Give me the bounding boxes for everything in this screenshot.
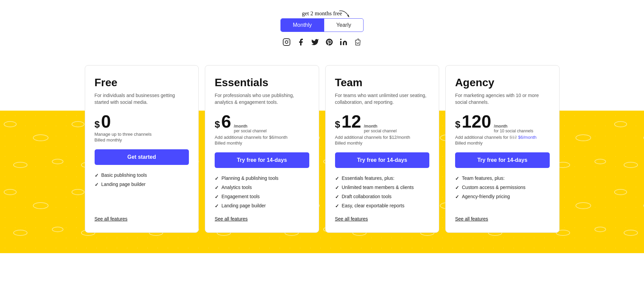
team-additional-channels: Add additional channels for $12/month	[335, 135, 430, 140]
essentials-feature-2-text: Analytics tools	[221, 185, 252, 190]
team-feature-4-text: Easy, clear exportable reports	[342, 203, 405, 208]
agency-price-row: $ 120 /month for 10 social channels	[455, 113, 550, 133]
agency-feature-2-text: Custom access & permissions	[462, 185, 526, 190]
team-feature-4: ✓ Easy, clear exportable reports	[335, 203, 430, 209]
essentials-feature-1-text: Planning & publishing tools	[221, 175, 278, 181]
agency-additional-prefix: Add additional channels for	[455, 135, 509, 140]
essentials-plan-desc: For professionals who use publishing, an…	[215, 92, 309, 107]
agency-price-dollar: $	[455, 119, 461, 130]
free-plan-desc: For individuals and businesses getting s…	[95, 92, 189, 107]
check-icon: ✓	[95, 182, 99, 187]
essentials-additional-channels: Add additional channels for $6/month	[215, 135, 309, 140]
free-plan-card: Free For individuals and businesses gett…	[85, 65, 199, 233]
agency-plan-name: Agency	[455, 76, 550, 89]
agency-plan-card: Agency For marketing agencies with 10 or…	[445, 65, 560, 233]
agency-price-per: /month	[494, 124, 533, 129]
essentials-feature-1: ✓ Planning & publishing tools	[215, 175, 309, 181]
agency-billed: Billed monthly	[455, 140, 550, 146]
team-billed: Billed monthly	[335, 140, 430, 146]
pricing-section: Free For individuals and businesses gett…	[0, 58, 644, 253]
team-feature-3: ✓ Draft collaboration tools	[335, 194, 430, 200]
essentials-price-amount: 6	[221, 113, 231, 130]
team-price-per: /month	[364, 124, 397, 129]
essentials-feature-3: ✓ Engagement tools	[215, 194, 309, 200]
check-icon: ✓	[95, 173, 99, 178]
team-feature-1-text: Essentials features, plus:	[342, 175, 395, 181]
pinterest-icon[interactable]	[325, 38, 333, 48]
agency-additional-channels: Add additional channels for $12 $6/month	[455, 135, 550, 140]
agency-feature-2: ✓ Custom access & permissions	[455, 185, 550, 190]
free-feature-2-text: Landing page builder	[101, 182, 146, 187]
essentials-see-all[interactable]: See all features	[215, 216, 309, 222]
team-price-row: $ 12 /month per social channel	[335, 113, 430, 133]
free-plan-name: Free	[95, 76, 189, 89]
team-price-amount: 12	[341, 113, 361, 130]
free-see-all[interactable]: See all features	[95, 216, 189, 222]
get2months-wrapper: get 2 months free	[302, 10, 342, 18]
free-feature-1-text: Basic publishing tools	[101, 172, 147, 178]
free-feature-2: ✓ Landing page builder	[95, 182, 189, 187]
yearly-tab[interactable]: Yearly	[324, 19, 364, 32]
check-icon: ✓	[215, 185, 219, 190]
agency-price-details: /month for 10 social channels	[494, 124, 533, 133]
agency-feature-1-text: Team features, plus:	[462, 175, 505, 181]
agency-price-channel: for 10 social channels	[494, 129, 533, 133]
social-icons-row	[282, 38, 362, 48]
team-feature-2-text: Unlimited team members & clients	[342, 185, 414, 190]
essentials-feature-3-text: Engagement tools	[221, 194, 260, 199]
agency-feature-1: ✓ Team features, plus:	[455, 175, 550, 181]
team-plan-desc: For teams who want unlimited user seatin…	[335, 92, 430, 107]
agency-additional-link[interactable]: $6/month	[518, 135, 536, 140]
essentials-cta-button[interactable]: Try free for 14-days	[215, 152, 309, 168]
agency-feature-3: ✓ Agency-friendly pricing	[455, 194, 550, 200]
shopify-icon[interactable]	[354, 38, 362, 48]
check-icon: ✓	[335, 176, 339, 181]
monthly-tab[interactable]: Monthly	[281, 19, 324, 32]
team-price-dollar: $	[335, 119, 340, 130]
agency-price-amount: 120	[462, 113, 491, 130]
team-feature-3-text: Draft collaboration tools	[342, 194, 392, 199]
agency-see-all[interactable]: See all features	[455, 216, 550, 222]
agency-features-list: ✓ Team features, plus: ✓ Custom access &…	[455, 175, 550, 209]
free-price-row: $ 0	[95, 113, 189, 130]
team-cta-button[interactable]: Try free for 14-days	[335, 152, 430, 168]
check-icon: ✓	[215, 194, 219, 200]
cards-container: Free For individuals and businesses gett…	[85, 65, 560, 233]
agency-feature-3-text: Agency-friendly pricing	[462, 194, 510, 199]
team-feature-1: ✓ Essentials features, plus:	[335, 175, 430, 181]
check-icon: ✓	[335, 203, 339, 209]
essentials-billed: Billed monthly	[215, 140, 309, 146]
linkedin-icon[interactable]	[339, 38, 348, 48]
check-icon: ✓	[335, 194, 339, 200]
check-icon: ✓	[215, 203, 219, 209]
top-section: get 2 months free Monthly Yearly	[0, 0, 644, 58]
svg-rect-0	[283, 39, 290, 45]
essentials-plan-card: Essentials For professionals who use pub…	[205, 65, 319, 233]
free-price-amount: 0	[101, 113, 111, 130]
instagram-icon[interactable]	[282, 38, 291, 48]
team-features-list: ✓ Essentials features, plus: ✓ Unlimited…	[335, 175, 430, 209]
team-plan-name: Team	[335, 76, 430, 89]
agency-additional-strike: $12	[509, 135, 517, 140]
svg-point-2	[288, 40, 289, 41]
team-price-channel: per social channel	[364, 129, 397, 133]
free-cta-button[interactable]: Get started	[95, 149, 189, 165]
essentials-price-details: /month per social channel	[234, 124, 267, 133]
agency-cta-button[interactable]: Try free for 14-days	[455, 152, 550, 168]
facebook-icon[interactable]	[297, 38, 305, 48]
check-icon: ✓	[455, 194, 459, 200]
free-price-dollar: $	[95, 119, 100, 130]
check-icon: ✓	[455, 185, 459, 190]
essentials-plan-name: Essentials	[215, 76, 309, 89]
team-see-all[interactable]: See all features	[335, 216, 430, 222]
svg-point-3	[340, 39, 341, 40]
essentials-price-channel: per social channel	[234, 129, 267, 133]
essentials-features-list: ✓ Planning & publishing tools ✓ Analytic…	[215, 175, 309, 209]
essentials-price-per: /month	[234, 124, 267, 129]
free-additional-channels: Manage up to three channels	[95, 132, 189, 137]
twitter-icon[interactable]	[311, 38, 319, 48]
essentials-price-row: $ 6 /month per social channel	[215, 113, 309, 133]
check-icon: ✓	[215, 176, 219, 181]
billing-toggle[interactable]: Monthly Yearly	[280, 18, 364, 32]
free-billed: Billed monthly	[95, 137, 189, 143]
